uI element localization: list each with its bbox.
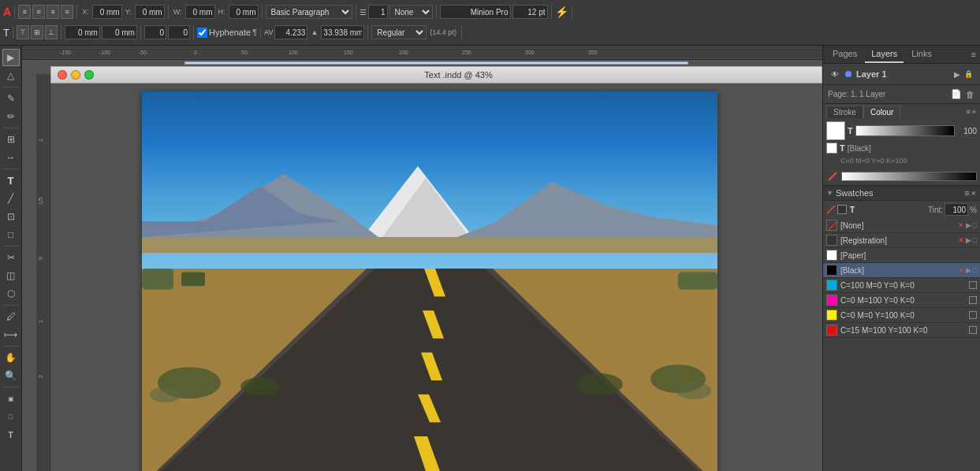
type-tool-btn[interactable]: T — [2, 172, 20, 189]
preview-btn[interactable]: □ — [2, 408, 20, 425]
svg-text:-50: -50 — [139, 50, 147, 55]
swatch-yellow[interactable]: C=0 M=0 Y=100 K=0 — [823, 308, 980, 323]
swatch-magenta[interactable]: C=0 M=100 Y=0 K=0 — [823, 293, 980, 308]
transform-btn[interactable]: ⊞ — [2, 131, 20, 148]
y2-input[interactable] — [102, 25, 137, 39]
eyedropper-btn[interactable]: 🖊 — [2, 308, 20, 325]
svg-marker-22 — [457, 182, 717, 237]
tint-value-input[interactable]: 100 — [945, 203, 968, 216]
colour-tab[interactable]: Colour — [863, 106, 900, 118]
svg-text:350: 350 — [588, 50, 598, 55]
line-tool-btn[interactable]: ╱ — [2, 190, 20, 207]
cmyk-value: C=0 M=0 Y=0 K=100 — [840, 157, 907, 165]
num2-input[interactable] — [168, 25, 190, 39]
colour-panel-expand[interactable]: × — [971, 106, 977, 118]
swatch-none[interactable]: [None] ✕ ▶ □ — [823, 218, 980, 233]
direct-select-btn[interactable]: △ — [2, 67, 20, 84]
color-fill-btn[interactable]: ▣ — [2, 390, 20, 407]
align-top-btn[interactable]: ⊤ — [17, 25, 29, 39]
tracking-input[interactable]: 4.233 — [274, 25, 307, 39]
svg-text:-100: -100 — [99, 50, 110, 55]
align-right-btn[interactable]: ≡ — [47, 5, 59, 19]
swatch-registration[interactable]: [Registration] ✕ ▶ □ — [823, 233, 980, 248]
tint-label: Tint: — [928, 206, 943, 214]
shape-tool-btn[interactable]: □ — [2, 226, 20, 243]
gradient-btn[interactable]: ◫ — [2, 267, 20, 284]
layer-expand-icon[interactable]: ▶ — [954, 70, 960, 79]
align-bottom-btn[interactable]: ⊥ — [45, 25, 58, 39]
swatch-black[interactable]: [Black] ✕ ▶ □ — [823, 263, 980, 278]
h-label: H: — [217, 8, 227, 16]
ruler-ticks-top: -150 -100 -50 0 50 100 150 200 250 300 3… — [36, 46, 822, 59]
align-middle-btn[interactable]: ⊞ — [31, 25, 43, 39]
measure-btn[interactable]: ⟼ — [2, 326, 20, 343]
tab-layers[interactable]: Layers — [865, 46, 904, 63]
lines-input[interactable] — [368, 5, 388, 19]
font-style-select[interactable]: Regular — [371, 25, 427, 39]
w-input[interactable]: 0 mm — [185, 5, 215, 19]
minimize-button[interactable] — [71, 70, 80, 80]
font-size-input[interactable]: 12 pt — [512, 5, 548, 19]
swatches-label: Swatches — [836, 188, 963, 198]
pencil-btn[interactable]: ✏ — [2, 108, 20, 125]
colour-panel-menu[interactable]: ≡ — [965, 106, 971, 118]
scissors-btn[interactable]: ✂ — [2, 249, 20, 266]
svg-point-40 — [150, 387, 181, 402]
page-canvas — [52, 83, 807, 471]
paragraph-style-select[interactable]: Basic Paragraph — [266, 5, 352, 19]
ruler-top: -150 -100 -50 0 50 100 150 200 250 300 3… — [22, 46, 822, 60]
layer-lock-btn[interactable]: 🔒 — [963, 69, 974, 79]
swatches-close-btn[interactable]: × — [971, 187, 977, 198]
selection-handle-bar — [184, 61, 688, 65]
hand-tool-btn[interactable]: ✋ — [2, 349, 20, 366]
pen-tool-btn[interactable]: ✎ — [2, 90, 20, 107]
x2-input[interactable] — [65, 25, 100, 39]
stroke-tab[interactable]: Stroke — [826, 106, 863, 118]
delete-page-btn[interactable]: 🗑 — [965, 88, 975, 100]
gradient-preview-bar[interactable] — [841, 172, 977, 181]
ruler-left: 1 1/5 0 1 2 — [36, 74, 50, 471]
h-input[interactable]: 0 mm — [229, 5, 259, 19]
baseline-input[interactable]: 33.938 mm — [321, 25, 364, 39]
panel-menu-btn[interactable]: ≡ — [971, 46, 977, 63]
swatch-cyan[interactable]: C=100 M=0 Y=0 K=0 — [823, 278, 980, 293]
swatch-yellow-color — [826, 310, 837, 321]
align-center-btn[interactable]: ≡ — [32, 5, 45, 19]
align-justify-btn[interactable]: ≡ — [61, 5, 73, 19]
type-on-path-btn[interactable]: T — [2, 426, 20, 443]
tab-links[interactable]: Links — [905, 46, 938, 63]
t-fill-box[interactable] — [826, 143, 837, 154]
swatch-paper[interactable]: [Paper] — [823, 248, 980, 263]
swatches-triangle[interactable]: ▼ — [826, 189, 833, 197]
svg-text:1: 1 — [38, 139, 43, 142]
pilcrow-icon: ¶ — [252, 28, 257, 37]
swatches-menu-btn[interactable]: ≡ — [963, 187, 970, 198]
zoom-tool-btn[interactable]: 🔍 — [2, 367, 20, 384]
layer-eye-icon[interactable]: 👁 — [829, 69, 840, 80]
y-label: Y: — [124, 8, 133, 16]
tab-pages[interactable]: Pages — [826, 46, 863, 63]
fill-swatch[interactable] — [826, 121, 845, 140]
main-layout: ▶ △ ✎ ✏ ⊞ ↔ T ╱ ⊡ □ ✂ ◫ ⬡ 🖊 ⟼ ✋ 🔍 ▣ □ T — [0, 46, 980, 471]
toolbar-group-align: ≡ ≡ ≡ ≡ — [18, 5, 77, 19]
num1-input[interactable] — [144, 25, 166, 39]
scale-btn[interactable]: ↔ — [2, 149, 20, 166]
swatch-paper-color — [826, 250, 837, 261]
toolbar-group-num — [144, 25, 194, 39]
swatch-red[interactable]: C=15 M=100 Y=100 K=0 — [823, 323, 980, 338]
align-left-btn[interactable]: ≡ — [18, 5, 31, 19]
none-select[interactable]: None — [389, 5, 433, 19]
paint-bucket-btn[interactable]: ⬡ — [2, 285, 20, 302]
close-button[interactable] — [58, 70, 67, 80]
toolbar-group-size: W: 0 mm H: 0 mm — [172, 5, 263, 19]
stroke-mini[interactable] — [837, 205, 847, 214]
font-name-input[interactable]: Minion Pro — [440, 5, 511, 19]
hyphenate-checkbox[interactable] — [197, 28, 207, 38]
color-slider-bar[interactable] — [855, 125, 955, 136]
maximize-button[interactable] — [84, 70, 94, 80]
x-input[interactable]: 0 mm — [92, 5, 122, 19]
frame-tool-btn[interactable]: ⊡ — [2, 208, 20, 225]
selection-tool-btn[interactable]: ▶ — [2, 49, 20, 66]
y-input[interactable]: 0 mm — [135, 5, 165, 19]
new-page-btn[interactable]: 📄 — [950, 88, 963, 100]
